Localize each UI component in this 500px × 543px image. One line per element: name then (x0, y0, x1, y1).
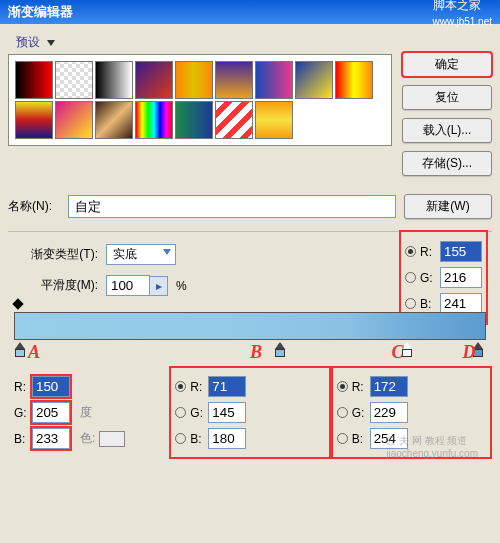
gradient-type-label: 渐变类型(T): (8, 246, 98, 263)
stop-c-r-input[interactable] (370, 376, 408, 397)
stop-b-group: R: G: B: (171, 368, 328, 457)
radio-g[interactable] (337, 407, 348, 418)
color-swatch[interactable] (99, 431, 125, 447)
name-input[interactable] (68, 195, 396, 218)
radio-r[interactable] (337, 381, 348, 392)
preset-swatches (15, 61, 385, 139)
stop-a-g-input[interactable] (32, 402, 70, 423)
stop-a-b-input[interactable] (32, 428, 70, 449)
r-label: R: (190, 380, 204, 394)
swatch[interactable] (95, 101, 133, 139)
degree-label: 度 (80, 404, 92, 421)
opacity-stop[interactable] (14, 300, 24, 310)
site-brand: 脚本之家 www.jb51.net (433, 0, 492, 28)
stop-a-group: R: G:度 B:色: (10, 368, 167, 457)
reset-button[interactable]: 复位 (402, 85, 492, 110)
site-name: 脚本之家 (433, 0, 481, 12)
presets-menu-icon[interactable] (47, 40, 55, 46)
b-label: B: (190, 432, 204, 446)
swatch[interactable] (55, 61, 93, 99)
swatch[interactable] (255, 61, 293, 99)
stop-b-r-input[interactable] (208, 376, 246, 397)
swatch[interactable] (135, 101, 173, 139)
rgb-side-annotation: R: G: B: (401, 232, 486, 323)
stop-a-r-input[interactable] (32, 376, 70, 397)
gradient-editor[interactable]: A B C D (14, 312, 486, 340)
swatch[interactable] (335, 61, 373, 99)
gradient-type-select[interactable]: 实底 (106, 244, 176, 265)
radio-g[interactable] (405, 272, 416, 283)
radio-r[interactable] (405, 246, 416, 257)
swatch[interactable] (215, 101, 253, 139)
gradient-bar[interactable] (14, 312, 486, 340)
annotation-c: C (392, 342, 404, 363)
radio-r[interactable] (175, 381, 186, 392)
g-label: G: (420, 271, 436, 285)
swatch[interactable] (95, 61, 133, 99)
r-label: R: (352, 380, 366, 394)
smoothness-label: 平滑度(M): (8, 277, 98, 294)
b-label: B: (14, 432, 28, 446)
annotation-b: B (250, 342, 262, 363)
b-input[interactable] (440, 293, 482, 314)
smoothness-stepper[interactable]: ▸ (150, 276, 168, 296)
swatch[interactable] (215, 61, 253, 99)
color-stop-b[interactable] (274, 342, 286, 357)
window-title: 渐变编辑器 (8, 3, 73, 21)
swatch[interactable] (175, 101, 213, 139)
radio-b[interactable] (405, 298, 416, 309)
swatch[interactable] (15, 61, 53, 99)
presets-section: 预设 (8, 34, 392, 176)
g-input[interactable] (440, 267, 482, 288)
watermark: 云 夫 网 教程 频道 jiaocheng.yunfu.com (386, 434, 478, 459)
color-stop-a[interactable] (14, 342, 26, 357)
b-label: B: (420, 297, 436, 311)
radio-g[interactable] (175, 407, 186, 418)
swatch[interactable] (15, 101, 53, 139)
g-label: G: (190, 406, 204, 420)
radio-b[interactable] (175, 433, 186, 444)
percent-label: % (176, 279, 187, 293)
save-button[interactable]: 存储(S)... (402, 151, 492, 176)
color-label: 色: (80, 430, 95, 447)
new-button[interactable]: 新建(W) (404, 194, 492, 219)
titlebar: 渐变编辑器 脚本之家 www.jb51.net (0, 0, 500, 24)
ok-button[interactable]: 确定 (402, 52, 492, 77)
swatch[interactable] (55, 101, 93, 139)
r-input[interactable] (440, 241, 482, 262)
swatch[interactable] (175, 61, 213, 99)
stop-b-g-input[interactable] (208, 402, 246, 423)
swatch[interactable] (295, 61, 333, 99)
name-label: 名称(N): (8, 198, 60, 215)
radio-b[interactable] (337, 433, 348, 444)
stop-b-b-input[interactable] (208, 428, 246, 449)
annotation-a: A (28, 342, 40, 363)
g-label: G: (14, 406, 28, 420)
swatch[interactable] (135, 61, 173, 99)
site-url: www.jb51.net (433, 16, 492, 27)
load-button[interactable]: 载入(L)... (402, 118, 492, 143)
smoothness-input[interactable] (106, 275, 150, 296)
presets-legend: 预设 (16, 35, 40, 49)
annotation-d: D (462, 342, 475, 363)
b-label: B: (352, 432, 366, 446)
g-label: G: (352, 406, 366, 420)
r-label: R: (420, 245, 436, 259)
stop-c-g-input[interactable] (370, 402, 408, 423)
r-label: R: (14, 380, 28, 394)
swatch[interactable] (255, 101, 293, 139)
